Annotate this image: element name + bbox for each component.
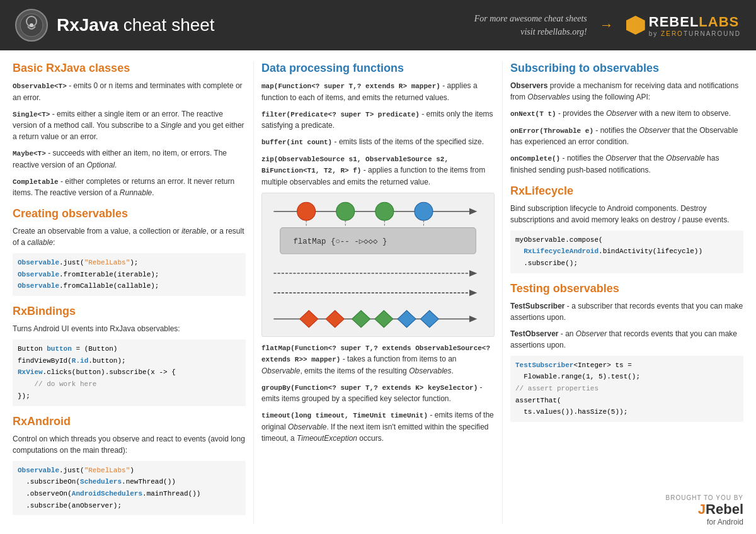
map-def: map(Function<? super T,? extends R> mapp… (261, 80, 495, 103)
oncomplete-desc2: that the (637, 154, 667, 162)
oncomplete-def: onComplete() - notifies the Observer tha… (510, 152, 743, 176)
svg-marker-22 (420, 310, 438, 327)
data-processing-section: Data processing functions map(Function<?… (261, 62, 495, 444)
svg-point-6 (336, 202, 355, 220)
rxlifecycle-desc: Bind subscription lifecycle to Android c… (510, 203, 743, 225)
single-italic: Single (161, 121, 181, 130)
observable-code: Observable<T> (13, 82, 67, 90)
flatmap-desc2: , emits the items of the resulting (300, 366, 409, 375)
completable-def: Completable - either completes or return… (13, 176, 246, 199)
map-sig: map(Function<? super T,? extends R> mapp… (261, 82, 440, 90)
single-def: Single<T> - emits either a single item o… (13, 108, 246, 143)
jrebel-rebel: Rebel (706, 501, 743, 517)
testing-title: Testing observables (510, 282, 743, 295)
oncomplete-italic: Observer (605, 154, 636, 162)
completable-desc2: . (152, 188, 154, 197)
observers-def: Observers provide a mechanism for receiv… (510, 80, 743, 103)
rxbindings-code: Button button = (Button) findViewById(R.… (13, 339, 246, 406)
flatmap-svg: flatMap {○-- -▷◇◇◇ } (267, 198, 489, 329)
subscribing-section: Subscribing to observables Observers pro… (510, 62, 743, 176)
observable-def: Observable<T> - emits 0 or n items and t… (13, 80, 246, 103)
svg-marker-21 (398, 310, 416, 327)
svg-marker-16 (469, 315, 477, 322)
flatmap-italic: Observable (261, 366, 300, 375)
testing-section: Testing observables TestSubscriber - a s… (510, 282, 743, 422)
col-right: Subscribing to observables Observers pro… (503, 62, 743, 524)
oncomplete-desc1: - notifies the (560, 154, 605, 162)
onnext-italic: Observer (606, 109, 637, 118)
groupby-def: groupBy(Function<? super T,? extends K> … (261, 382, 495, 405)
rxlifecycle-code: myObservable.compose( RxLifecycleAndroid… (510, 230, 743, 273)
rxandroid-desc: Control on which threads you observe and… (13, 433, 246, 456)
groupby-sig: groupBy(Function<? super T,? extends K> … (261, 384, 478, 392)
onnext-desc2: with a new item to observe. (637, 109, 731, 118)
tagline-line2: visit rebellabs.org! (474, 25, 587, 38)
testsubscriber-bold: TestSubscriber (510, 302, 564, 310)
basic-classes-section: Basic RxJava classes Observable<T> - emi… (13, 62, 246, 198)
svg-marker-18 (326, 310, 344, 327)
onnext-sig: onNext(T t) (510, 110, 556, 118)
buffer-sig: buffer(int count) (261, 139, 332, 146)
testobserver-italic: Observer (576, 329, 607, 338)
col-middle: Data processing functions map(Function<?… (253, 62, 503, 524)
svg-marker-17 (300, 310, 318, 327)
rxandroid-code: Observable.just("RebelLabs") .subscribeO… (13, 461, 246, 516)
buffer-desc: - emits lists of the items of the specif… (332, 137, 484, 146)
creating-observables-section: Creating observables Create an observabl… (13, 207, 246, 296)
testsubscriber-def: TestSubscriber - a subscriber that recor… (510, 300, 743, 323)
main-content: Basic RxJava classes Observable<T> - emi… (0, 50, 756, 534)
flatmap-italic2: Observables (409, 366, 451, 375)
maybe-desc2: . (115, 161, 117, 169)
header-right: For more awesome cheat sheets visit rebe… (474, 12, 741, 38)
header-left: RxJava cheat sheet (15, 9, 215, 42)
subscribing-title: Subscribing to observables (510, 62, 743, 75)
svg-marker-20 (375, 310, 393, 327)
buffer-def: buffer(int count) - emits lists of the i… (261, 136, 495, 148)
for-android-text: for Android (665, 518, 743, 526)
maybe-def: Maybe<T> - succeeds with either an item,… (13, 147, 246, 171)
svg-text:flatMap  {○-- -▷◇◇◇    }: flatMap {○-- -▷◇◇◇ } (293, 237, 387, 246)
completable-italic: Runnable (120, 188, 152, 197)
timeout-italic2: TimeoutException (297, 434, 357, 443)
zip-def: zip(ObservableSource s1, ObservableSourc… (261, 153, 495, 188)
onerror-def: onError(Throwable e) - notifies the Obse… (510, 125, 743, 148)
testobserver-desc1: - an (558, 329, 575, 338)
rxjava-logo (15, 9, 48, 42)
flatmap-def: flatMap(Function<? super T,? extends Obs… (261, 342, 495, 377)
svg-point-2 (30, 23, 33, 27)
oncomplete-italic2: Observable (666, 154, 704, 162)
timeout-def: timeout(long timeout, TimeUnit timeUnit)… (261, 409, 495, 444)
svg-marker-19 (352, 310, 370, 327)
maybe-italic: Optional (86, 161, 115, 169)
flatmap-desc3: . (452, 366, 454, 375)
single-code: Single<T> (13, 111, 50, 118)
data-processing-title: Data processing functions (261, 62, 495, 75)
creating-desc: Create an observable from a value, a col… (13, 225, 246, 248)
maybe-code: Maybe<T> (13, 150, 46, 157)
flatmap-desc1: - takes a function from items to an (340, 355, 456, 363)
jrebel-footer: BROUGHT TO YOU BY JRebel for Android (665, 494, 743, 526)
tagline-line1: For more awesome cheat sheets (474, 12, 587, 25)
rxbindings-section: RxBindings Turns Android UI events into … (13, 305, 246, 406)
svg-marker-14 (469, 289, 477, 295)
zt-diamond-icon (626, 16, 645, 35)
rxandroid-title: RxAndroid (13, 415, 246, 428)
filter-def: filter(Predicate<? super T> predicate) -… (261, 108, 495, 132)
zeroturnaround-text: by ZEROTURNAROUND (649, 30, 741, 37)
testing-code: TestSubscriber<Integer> ts = Flowable.ra… (510, 356, 743, 422)
testobserver-def: TestObserver - an Observer that records … (510, 328, 743, 351)
jrebel-j: J (698, 501, 706, 517)
rxbindings-title: RxBindings (13, 305, 246, 318)
header: RxJava cheat sheet For more awesome chea… (0, 0, 756, 50)
rxlifecycle-title: RxLifecycle (510, 185, 743, 198)
rebellabs-logo: REBELLABS by ZEROTURNAROUND (626, 14, 741, 37)
svg-marker-4 (469, 208, 477, 214)
creating-title: Creating observables (13, 207, 246, 220)
rxandroid-section: RxAndroid Control on which threads you o… (13, 415, 246, 516)
onerror-desc1: - notifies the (593, 126, 639, 135)
oncomplete-sig: onComplete() (510, 155, 560, 162)
tagline: For more awesome cheat sheets visit rebe… (474, 12, 587, 38)
svg-point-8 (415, 202, 433, 220)
observers-bold: Observers (510, 81, 547, 90)
flatmap-diagram: flatMap {○-- -▷◇◇◇ } (261, 193, 495, 337)
